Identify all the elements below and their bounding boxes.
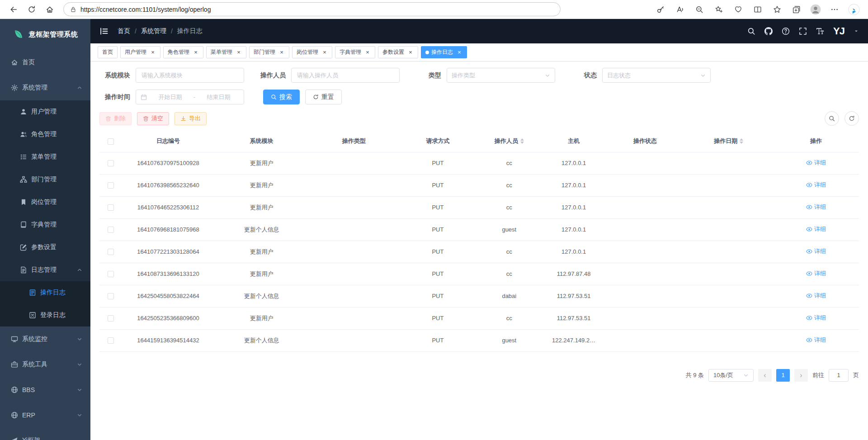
clear-button[interactable]: 清空 [137, 112, 169, 125]
sidebar-item-system-tools[interactable]: 系统工具 [0, 352, 90, 377]
row-checkbox[interactable] [108, 227, 114, 233]
sidebar-item-dict-management[interactable]: 字典管理 [0, 213, 90, 236]
delete-button[interactable]: 删除 [99, 112, 132, 125]
sidebar-item-bbs[interactable]: BBS [0, 377, 90, 402]
sidebar-item-post-management[interactable]: 岗位管理 [0, 191, 90, 213]
tab-user-management[interactable]: 用户管理× [120, 46, 160, 58]
bing-chat-button[interactable] [847, 2, 861, 17]
detail-link[interactable]: 详细 [806, 314, 826, 322]
page-1-button[interactable]: 1 [776, 369, 790, 382]
detail-link[interactable]: 详细 [806, 336, 826, 344]
goto-page-input[interactable] [829, 369, 849, 382]
next-page-button[interactable]: › [794, 369, 808, 382]
sidebar-item-user-management[interactable]: 用户管理 [0, 100, 90, 123]
font-size-icon[interactable] [816, 27, 824, 35]
detail-link[interactable]: 详细 [806, 203, 826, 211]
tab-dept-management[interactable]: 部门管理× [249, 46, 289, 58]
close-icon[interactable]: × [321, 49, 328, 56]
sidebar-item-login-log[interactable]: 登录日志 [0, 304, 90, 326]
row-checkbox[interactable] [108, 182, 114, 189]
zoom-button[interactable] [693, 2, 706, 17]
split-screen-button[interactable] [751, 2, 764, 17]
favorites-button[interactable] [770, 2, 784, 17]
close-icon[interactable]: × [456, 49, 462, 56]
fullscreen-icon[interactable] [799, 27, 807, 35]
close-icon[interactable]: × [193, 49, 199, 56]
page-size-select[interactable]: 10条/页 [708, 369, 754, 382]
browser-refresh-button[interactable] [24, 2, 40, 17]
row-checkbox[interactable] [108, 204, 114, 211]
sidebar-item-home[interactable]: 首页 [0, 50, 90, 75]
sidebar-item-erp[interactable]: ERP [0, 402, 90, 428]
search-button[interactable]: 搜索 [263, 90, 300, 104]
close-icon[interactable]: × [236, 49, 242, 56]
close-icon[interactable]: × [150, 49, 156, 56]
browser-profile-avatar[interactable] [809, 3, 822, 16]
prev-page-button[interactable]: ‹ [758, 369, 772, 382]
row-checkbox[interactable] [108, 249, 114, 255]
sidebar-item-role-management[interactable]: 角色管理 [0, 123, 90, 146]
add-favorite-button[interactable] [712, 2, 726, 17]
type-select[interactable]: 操作类型 [447, 68, 555, 83]
operator-input[interactable] [291, 68, 400, 83]
module-input[interactable] [136, 68, 244, 83]
tab-dict-management[interactable]: 字典管理× [335, 46, 375, 58]
detail-link[interactable]: 详细 [806, 181, 826, 189]
row-checkbox[interactable] [108, 160, 114, 166]
select-all-checkbox[interactable] [108, 138, 114, 145]
caret-down-icon[interactable] [854, 28, 859, 34]
status-select[interactable]: 日志状态 [602, 68, 711, 83]
row-checkbox[interactable] [108, 293, 114, 299]
col-op-date[interactable]: 操作日期 [684, 130, 774, 152]
sidebar-item-param-settings[interactable]: 参数设置 [0, 236, 90, 259]
help-icon[interactable] [782, 27, 790, 35]
sidebar-item-system-management[interactable]: 系统管理 [0, 75, 90, 100]
detail-link[interactable]: 详细 [806, 247, 826, 255]
sort-icon[interactable] [520, 138, 524, 144]
toggle-search-button[interactable] [825, 111, 839, 126]
browser-menu-button[interactable] [828, 2, 841, 17]
collections-button[interactable] [790, 2, 803, 17]
date-range-input[interactable]: 开始日期 - 结束日期 [136, 90, 244, 104]
browser-back-button[interactable] [5, 2, 22, 17]
read-aloud-button[interactable] [673, 2, 687, 17]
sort-icon[interactable] [740, 138, 743, 144]
row-checkbox[interactable] [108, 337, 114, 344]
detail-link[interactable]: 详细 [806, 159, 826, 167]
breadcrumb-item[interactable]: 系统管理 [141, 27, 166, 35]
col-operator[interactable]: 操作人员 [477, 130, 542, 152]
breadcrumb-item[interactable]: 操作日志 [177, 27, 203, 35]
tab-param-settings[interactable]: 参数设置× [378, 46, 418, 58]
sidebar-item-operation-log[interactable]: 操作日志 [0, 281, 90, 304]
sidebar-item-system-monitor[interactable]: 系统监控 [0, 326, 90, 352]
sidebar-item-dept-management[interactable]: 部门管理 [0, 168, 90, 191]
tab-operation-log[interactable]: 操作日志× [421, 46, 467, 58]
browser-essentials-button[interactable] [731, 2, 745, 17]
browser-home-button[interactable] [42, 2, 58, 17]
tab-home[interactable]: 首页 [98, 46, 118, 58]
close-icon[interactable]: × [364, 49, 371, 56]
address-bar[interactable]: https://ccnetcore.com:1101/system/log/op… [63, 2, 561, 16]
detail-link[interactable]: 详细 [806, 225, 826, 233]
detail-link[interactable]: 详细 [806, 292, 826, 300]
breadcrumb-item[interactable]: 首页 [118, 27, 130, 35]
detail-link[interactable]: 详细 [806, 270, 826, 278]
close-icon[interactable]: × [278, 49, 285, 56]
sidebar-item-menu-management[interactable]: 菜单管理 [0, 146, 90, 168]
refresh-table-button[interactable] [844, 111, 859, 126]
tab-post-management[interactable]: 岗位管理× [292, 46, 332, 58]
export-button[interactable]: 导出 [175, 112, 207, 125]
sidebar-item-log-management[interactable]: 日志管理 [0, 259, 90, 281]
close-icon[interactable]: × [407, 49, 414, 56]
sidebar-collapse-button[interactable] [99, 27, 108, 36]
github-icon[interactable] [764, 27, 773, 35]
user-avatar-logo[interactable]: YJ [833, 25, 844, 37]
app-logo[interactable]: 意框架管理系统 [0, 19, 90, 50]
row-checkbox[interactable] [108, 271, 114, 277]
tab-menu-management[interactable]: 菜单管理× [206, 46, 246, 58]
password-manager-button[interactable] [654, 2, 667, 17]
reset-button[interactable]: 重置 [305, 90, 342, 104]
sidebar-item-yi-framework[interactable]: Yi框架 [0, 428, 90, 440]
header-search-icon[interactable] [747, 27, 755, 35]
tab-role-management[interactable]: 角色管理× [163, 46, 203, 58]
